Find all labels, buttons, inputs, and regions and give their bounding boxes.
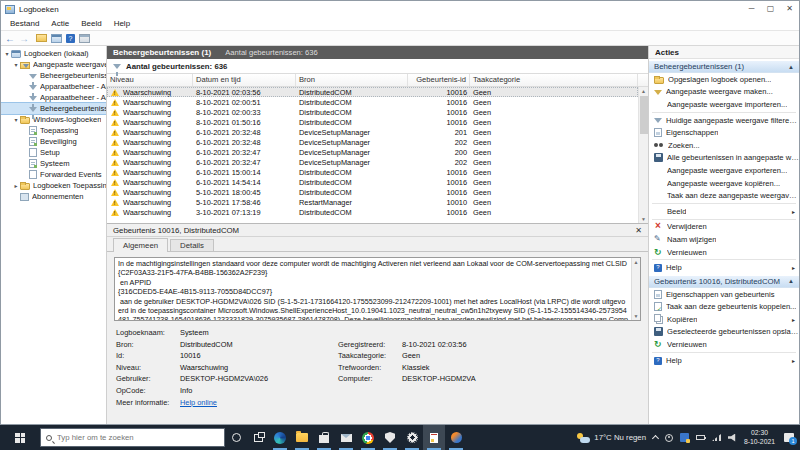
maximize-button[interactable]: ▢ [761,1,780,17]
action-refresh[interactable]: Vernieuwen [649,246,799,259]
action-attach-task-to-view[interactable]: Taak aan deze aangepaste weergave kopp..… [649,189,799,202]
action-refresh-event[interactable]: Vernieuwen [649,338,799,351]
table-row[interactable]: Waarschuwing8-10-2021 02:00:33Distribute… [107,107,638,117]
table-row[interactable]: Waarschuwing8-10-2021 02:00:51Distribute… [107,97,638,107]
action-filter-current-view[interactable]: Huidige aangepaste weergave filteren... [649,114,799,127]
table-row[interactable]: Waarschuwing3-10-2021 07:13:19Distribute… [107,207,638,217]
collapse-icon[interactable]: ▲ [788,64,794,70]
back-icon[interactable]: ← [5,33,15,44]
new-window-icon[interactable] [79,34,90,43]
start-button[interactable] [0,425,40,450]
tab-algemeen[interactable]: Algemeen [113,238,168,252]
table-row[interactable]: Waarschuwing5-10-2021 17:58:46RestartMan… [107,197,638,207]
table-row[interactable]: Waarschuwing6-10-2021 14:54:14Distribute… [107,177,638,187]
tree-item-beveiliging[interactable]: Beveiliging [1,136,106,147]
table-row[interactable]: Waarschuwing6-10-2021 15:00:14Distribute… [107,167,638,177]
description-scrollbar[interactable]: ▲ ▼ [631,258,640,320]
action-event-properties[interactable]: Eigenschappen van gebeurtenis [649,288,799,301]
tree-item-systeem[interactable]: Systeem [1,158,106,169]
collapse-icon[interactable]: ▲ [788,278,794,284]
network-icon[interactable] [712,434,721,441]
search-input[interactable] [57,433,197,442]
title-bar[interactable]: Logboeken ─▢✕ [1,1,799,17]
action-center-icon[interactable]: 1 [784,433,794,442]
table-row[interactable]: Waarschuwing5-10-2021 18:00:45Distribute… [107,187,638,197]
action-help-event[interactable]: Help▸ [649,354,799,367]
close-icon[interactable]: ✕ [635,226,642,235]
column-header-datum-en-tijd[interactable]: Datum en tijd [193,74,296,86]
actions-section-header[interactable]: Gebeurtenis 10016, DistributedCOM▲ [649,275,799,288]
action-attach-task-to-event[interactable]: Taak aan deze gebeurtenis koppelen... [649,301,799,314]
tree-item-beheergebeurtenissen[interactable]: Beheergebeurtenissen [1,70,106,81]
table-row[interactable]: Waarschuwing6-10-2021 20:32:48DeviceSetu… [107,137,638,147]
taskbar-event-viewer[interactable] [423,425,445,450]
help-online-link[interactable]: Help online [180,397,338,409]
tree-item-apparaatbeheer-algeme[interactable]: Apparaatbeheer - Algeme [1,81,106,92]
table-row[interactable]: Waarschuwing6-10-2021 20:32:47DeviceSetu… [107,147,638,157]
scroll-down-icon[interactable]: ▼ [634,312,639,320]
tree-item-logboeken-lokaal-[interactable]: ▾Logboeken (lokaal) [1,48,106,59]
menu-beeld[interactable]: Beeld [75,17,107,30]
taskbar-chrome[interactable] [357,425,379,450]
action-find[interactable]: Zoeken... [649,139,799,152]
scroll-thumb[interactable] [640,96,648,134]
action-save-all-events[interactable]: Alle gebeurtenissen in aangepaste weerga… [649,152,799,165]
forward-icon[interactable]: → [19,33,29,44]
scroll-up-icon[interactable]: ▲ [641,87,646,95]
open-saved-log-icon[interactable] [36,34,47,42]
clock[interactable]: 02:30 8-10-2021 [744,429,775,446]
action-properties[interactable]: Eigenschappen [649,126,799,139]
battery-icon[interactable] [696,435,705,440]
action-save-selected-events[interactable]: Geselecteerde gebeurtenissen opslaan... [649,326,799,339]
table-row[interactable]: Waarschuwing6-10-2021 20:32:48DeviceSetu… [107,127,638,137]
action-rename[interactable]: Naam wijzigen [649,233,799,246]
column-header-niveau[interactable]: Niveau [107,74,193,86]
volume-icon[interactable] [728,434,737,442]
tree-item-forwarded-events[interactable]: Forwarded Events [1,169,106,180]
column-header-taakcategorie[interactable]: Taakcategorie [470,74,638,86]
event-list-scrollbar[interactable]: ▲ ▼ [638,87,648,223]
scroll-up-icon[interactable]: ▲ [634,258,639,266]
collapse-arrow-icon[interactable]: ▾ [12,116,20,123]
menu-bestand[interactable]: Bestand [4,17,45,30]
collapse-arrow-icon[interactable]: ▾ [3,50,11,57]
menu-actie[interactable]: Actie [45,17,75,30]
weather-widget[interactable]: 17°C Nu regen [577,433,646,443]
column-header-gebeurtenis-id[interactable]: Gebeurtenis-id [408,74,470,86]
action-create-custom-view[interactable]: Aangepaste weergave maken... [649,86,799,99]
tree-item-logboeken-toepassingen-en[interactable]: ▸Logboeken Toepassingen en [1,180,106,191]
action-copy[interactable]: Kopiëren▸ [649,313,799,326]
tree-item-setup[interactable]: Setup [1,147,106,158]
action-view-menu[interactable]: Beeld▸ [649,205,799,218]
event-description-box[interactable]: In de machtigingsinstellingen standaard … [114,257,641,321]
taskbar-pinned-app[interactable] [445,425,467,450]
tree-item-apparaatbeheer-algeme[interactable]: Apparaatbeheer - Algeme [1,92,106,103]
action-delete[interactable]: Verwijderen [649,221,799,234]
notification-app-icon[interactable] [680,433,689,442]
taskbar-search[interactable] [40,428,225,447]
help-toolbar-icon[interactable]: ? [66,34,75,43]
table-row[interactable]: Waarschuwing8-10-2021 02:03:56Distribute… [107,87,638,97]
onedrive-person-icon[interactable] [665,434,673,442]
column-header-bron[interactable]: Bron [296,74,408,86]
taskbar-mail[interactable] [335,425,357,450]
action-import-custom-view[interactable]: Aangepaste weergave importeren... [649,98,799,111]
minimize-button[interactable]: ─ [742,1,761,17]
taskbar-task-view[interactable] [247,425,269,450]
taskbar-file-explorer[interactable] [291,425,313,450]
action-help[interactable]: Help▸ [649,261,799,274]
taskbar-settings[interactable] [401,425,423,450]
action-open-saved-log[interactable]: Opgeslagen logboek openen... [649,73,799,86]
tree-item-beheergebeurtenissen-1-[interactable]: Beheergebeurtenissen (1) [1,103,106,114]
taskbar-windows-security[interactable] [379,425,401,450]
table-row[interactable]: Waarschuwing8-10-2021 01:50:16Distribute… [107,117,638,127]
menu-help[interactable]: Help [108,17,136,30]
taskbar-edge[interactable] [269,425,291,450]
expand-arrow-icon[interactable]: ▸ [12,182,20,189]
tree-item-aangepaste-weergaven[interactable]: ▾Aangepaste weergaven [1,59,106,70]
console-tree-icon[interactable] [51,34,62,43]
tree-item-windows-logboeken[interactable]: ▾Windows-logboeken [1,114,106,125]
tree-item-toepassing[interactable]: Toepassing [1,125,106,136]
scroll-down-icon[interactable]: ▼ [641,215,646,223]
taskbar-store[interactable] [313,425,335,450]
